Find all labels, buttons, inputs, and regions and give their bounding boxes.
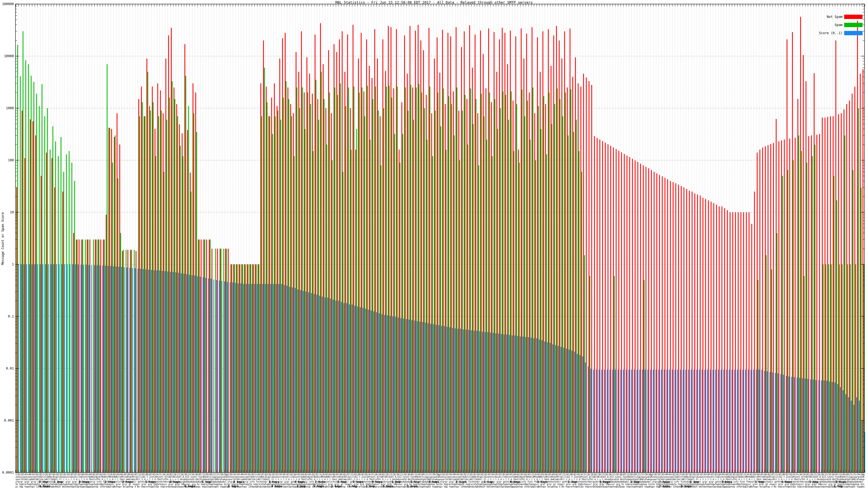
bar-not-spam — [849, 101, 850, 473]
bar-spam — [345, 106, 346, 473]
bar-not-spam — [309, 74, 310, 473]
bar-spam — [340, 83, 341, 473]
bar-score — [99, 265, 100, 473]
bar-score — [116, 266, 117, 473]
bar-spam — [297, 88, 297, 473]
bar-not-spam — [540, 72, 540, 473]
hop-count-label: 2 hops — [659, 480, 670, 484]
hop-count-label: 1 hop — [690, 480, 699, 484]
bar-not-spam — [347, 34, 348, 473]
bar-score — [813, 380, 814, 473]
bar-not-spam — [431, 113, 432, 473]
bar-spam — [475, 99, 476, 473]
bar-group — [659, 175, 662, 473]
bar-score — [124, 267, 125, 473]
bar-group — [616, 149, 618, 473]
bar-not-spam — [252, 264, 253, 473]
bar-group — [233, 264, 236, 473]
bar-not-spam — [206, 239, 207, 473]
bar-group — [24, 61, 27, 473]
bar-score — [338, 301, 339, 473]
bar-group — [127, 250, 130, 473]
bar-not-spam — [863, 69, 863, 473]
bar-score — [675, 369, 675, 473]
bar-not-spam — [518, 150, 519, 473]
bar-spam — [560, 99, 560, 473]
bar-spam — [177, 116, 178, 473]
bar-score — [254, 284, 255, 473]
bar-score — [596, 369, 597, 473]
hop-count-label: 1 hop — [202, 480, 211, 484]
bar-group — [258, 264, 260, 473]
bar-spam — [589, 276, 590, 473]
bar-group — [157, 83, 160, 473]
bar-score — [536, 338, 537, 473]
bar-score — [721, 369, 721, 473]
bar-not-spam — [415, 31, 416, 473]
bar-score — [509, 335, 510, 473]
bar-spam — [806, 163, 807, 473]
bar-not-spam — [635, 161, 636, 473]
bar-score — [341, 302, 342, 473]
bar-not-spam — [860, 74, 861, 473]
bar-spam — [828, 264, 829, 473]
hop-count-label: 1 hop — [755, 480, 764, 484]
bar-group — [274, 83, 277, 473]
hop-count-label: 6 hops — [39, 485, 50, 488]
bar-spam — [418, 84, 420, 473]
bar-group — [700, 195, 703, 473]
hop-count-label: 5 hops — [382, 485, 393, 488]
hop-count-label: 1 hop — [54, 480, 63, 484]
bar-spam — [223, 249, 224, 473]
y-tick-label: 100 — [8, 158, 14, 162]
bar-spam — [55, 141, 56, 473]
bar-group — [141, 87, 144, 473]
bar-spam — [489, 93, 490, 473]
bar-group — [361, 33, 364, 473]
bar-score — [577, 354, 578, 473]
bar-not-spam — [437, 37, 437, 473]
bar-spam — [380, 165, 381, 473]
bar-not-spam — [768, 145, 769, 473]
bar-not-spam — [461, 47, 462, 473]
bar-spam — [109, 128, 110, 473]
bar-not-spam — [591, 85, 592, 473]
bar-group — [681, 186, 684, 473]
bar-not-spam — [678, 185, 679, 473]
bar-score — [821, 380, 822, 473]
bar-group — [122, 250, 125, 473]
bar-not-spam — [350, 108, 351, 473]
bar-spam — [757, 280, 758, 473]
bar-spam — [47, 108, 48, 473]
hop-count-label: 6 hops — [510, 480, 521, 484]
hop-count-label: 2 hops — [315, 480, 326, 484]
bar-group — [857, 21, 860, 473]
bar-not-spam — [667, 179, 668, 473]
bar-spam — [248, 264, 248, 473]
bar-spam — [258, 264, 259, 473]
bar-spam — [104, 239, 105, 473]
bar-spam — [267, 102, 268, 473]
bar-not-spam — [784, 140, 785, 473]
bar-spam — [535, 160, 536, 473]
bar-spam — [408, 110, 408, 473]
bar-not-spam — [312, 94, 313, 473]
bar-not-spam — [513, 101, 514, 473]
bar-not-spam — [551, 66, 552, 473]
bar-group — [423, 50, 426, 473]
bar-spam — [115, 135, 116, 473]
bar-spam — [82, 239, 83, 473]
bar-spam — [245, 264, 246, 473]
bar-not-spam — [491, 102, 492, 473]
bar-not-spam — [138, 99, 139, 473]
bar-score — [417, 321, 418, 473]
hop-count-label: 4 hops — [781, 480, 792, 484]
bar-spam — [256, 264, 257, 473]
bar-group — [247, 264, 250, 473]
bar-spam — [465, 95, 465, 473]
bar-spam — [801, 151, 802, 473]
bar-not-spam — [445, 104, 446, 473]
bar-spam — [614, 276, 615, 473]
bar-not-spam — [54, 187, 55, 473]
y-tick-label: 1000 — [6, 106, 14, 110]
